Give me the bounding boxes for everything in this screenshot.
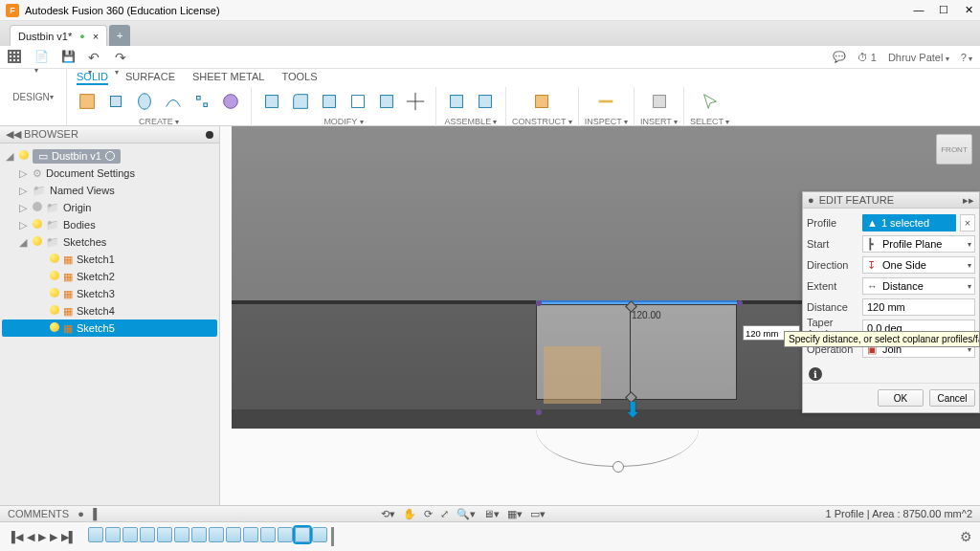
clear-selection-button[interactable]: ×: [960, 214, 975, 231]
tree-item-sketch[interactable]: Sketch4: [2, 302, 217, 320]
timeline-feature[interactable]: [226, 527, 241, 542]
timeline-end-icon[interactable]: ▶▌: [61, 531, 77, 543]
inspect-tool-icon[interactable]: [591, 87, 620, 116]
save-icon[interactable]: [61, 50, 77, 65]
timeline-play-icon[interactable]: ▶: [38, 531, 46, 543]
timeline-feature[interactable]: [140, 527, 155, 542]
insert-tool-icon[interactable]: [645, 87, 674, 116]
tab-surface[interactable]: SURFACE: [125, 71, 175, 85]
inspect-section-label[interactable]: INSPECT: [585, 116, 628, 126]
visibility-bulb-icon[interactable]: [50, 322, 59, 334]
timeline-prev-icon[interactable]: ◀: [27, 531, 34, 543]
assemble-tool-icon[interactable]: [442, 87, 471, 116]
select-section-label[interactable]: SELECT: [690, 116, 729, 126]
visibility-bulb-icon[interactable]: [50, 288, 59, 299]
cancel-button[interactable]: Cancel: [929, 389, 975, 407]
viewport[interactable]: 120.00 ⬇ FRONT 120 mm ●EDIT FEATURE▸▸ Pr…: [220, 126, 980, 505]
timeline-feature[interactable]: [88, 527, 103, 542]
new-document-tab[interactable]: +: [109, 25, 130, 46]
user-menu[interactable]: Dhruv Patel: [888, 52, 949, 63]
start-select[interactable]: Profile Plane: [862, 235, 975, 253]
notification-icon[interactable]: 💬: [833, 51, 846, 63]
tab-tools[interactable]: TOOLS: [281, 71, 317, 85]
distance-input[interactable]: 120 mm: [862, 298, 975, 316]
visibility-bulb-icon[interactable]: [19, 150, 29, 162]
dimension-value[interactable]: 120.00: [632, 310, 661, 320]
joint-tool-icon[interactable]: [471, 87, 500, 116]
visibility-bulb-icon[interactable]: [33, 202, 42, 213]
close-tab-icon[interactable]: ×: [93, 31, 99, 42]
profile-selection-chip[interactable]: ▲1 selected: [862, 214, 956, 231]
redo-icon[interactable]: [115, 50, 130, 65]
look-icon[interactable]: ⟳: [424, 508, 433, 520]
pan-icon[interactable]: ✋: [403, 508, 416, 520]
timeline-start-icon[interactable]: ▐◀: [8, 531, 23, 543]
timeline-feature[interactable]: [105, 527, 121, 542]
orbit-icon[interactable]: ⟲▾: [381, 508, 395, 520]
direction-select[interactable]: One Side: [862, 256, 975, 274]
sketch-node[interactable]: [737, 300, 743, 306]
taper-angle-widget[interactable]: [536, 429, 699, 467]
browser-header[interactable]: ◀◀ BROWSER: [0, 126, 219, 143]
timeline-feature[interactable]: [278, 527, 293, 542]
modify-section-label[interactable]: MODIFY: [323, 116, 363, 126]
visibility-bulb-icon[interactable]: [33, 236, 42, 248]
document-tab[interactable]: Dustbin v1* ● ×: [10, 25, 107, 46]
tree-item-sketch[interactable]: Sketch3: [2, 285, 217, 302]
sketch-tool-icon[interactable]: [73, 87, 101, 116]
tree-item-sketch[interactable]: Sketch2: [2, 268, 217, 285]
extrude-drag-arrow-icon[interactable]: ⬇: [624, 398, 641, 423]
workspace-switcher[interactable]: DESIGN: [0, 69, 67, 125]
tree-item-sketch[interactable]: Sketch1: [2, 251, 217, 268]
shell-tool-icon[interactable]: [344, 87, 372, 116]
display-settings-icon[interactable]: 🖥▾: [483, 508, 500, 520]
job-status-icon[interactable]: ⏱ 1: [858, 52, 877, 63]
file-menu-icon[interactable]: [34, 50, 50, 65]
tree-item-named-views[interactable]: ▷Named Views: [2, 182, 217, 199]
fillet-tool-icon[interactable]: [286, 87, 315, 116]
tab-solid[interactable]: SOLID: [77, 71, 108, 85]
grid-settings-icon[interactable]: ▦▾: [507, 508, 523, 520]
tree-item-doc-settings[interactable]: ▷Document Settings: [2, 165, 217, 182]
panel-header[interactable]: ●EDIT FEATURE▸▸: [803, 192, 979, 209]
panel-info-icon[interactable]: [803, 364, 979, 383]
help-menu[interactable]: ?: [961, 52, 972, 63]
visibility-bulb-icon[interactable]: [50, 271, 59, 282]
chamfer-tool-icon[interactable]: [315, 87, 344, 116]
zoom-icon[interactable]: 🔍▾: [457, 508, 476, 520]
minimize-button[interactable]: —: [913, 4, 924, 16]
extrude-tool-icon[interactable]: [101, 87, 130, 116]
timeline-feature[interactable]: [157, 527, 172, 542]
create-section-label[interactable]: CREATE: [139, 116, 179, 126]
assemble-section-label[interactable]: ASSEMBLE: [445, 116, 498, 126]
tree-item-sketches[interactable]: ◢Sketches: [2, 233, 217, 251]
browser-options-icon[interactable]: [206, 131, 213, 139]
timeline-feature[interactable]: [209, 527, 224, 542]
construct-section-label[interactable]: CONSTRUCT: [512, 116, 572, 126]
insert-section-label[interactable]: INSERT: [640, 116, 678, 126]
sweep-tool-icon[interactable]: [159, 87, 188, 116]
extent-select[interactable]: Distance: [862, 277, 975, 295]
timeline-feature[interactable]: [174, 527, 189, 542]
maximize-button[interactable]: ☐: [938, 4, 949, 16]
tree-item-bodies[interactable]: ▷Bodies: [2, 216, 217, 233]
draft-tool-icon[interactable]: [372, 87, 401, 116]
timeline-feature[interactable]: [312, 527, 327, 542]
timeline-settings-icon[interactable]: ⚙: [960, 529, 972, 544]
extrude-selected-profile[interactable]: [536, 300, 737, 304]
pressp-tool-icon[interactable]: [257, 87, 286, 116]
timeline-feature-active[interactable]: [295, 527, 310, 542]
tree-item-origin[interactable]: ▷Origin: [2, 199, 217, 216]
timeline-feature[interactable]: [260, 527, 276, 542]
timeline-next-icon[interactable]: ▶: [50, 531, 57, 543]
tree-item-sketch-selected[interactable]: Sketch5: [2, 320, 217, 337]
comments-toggle[interactable]: COMMENTS ● ▌: [8, 508, 100, 519]
visibility-bulb-icon[interactable]: [33, 219, 42, 231]
visibility-bulb-icon[interactable]: [50, 305, 59, 317]
sketch-node[interactable]: [536, 300, 542, 306]
primitive-tool-icon[interactable]: [216, 87, 245, 116]
timeline-feature[interactable]: [243, 527, 258, 542]
tree-root[interactable]: ◢ ▭Dustbin v1: [2, 147, 217, 165]
zoom-fit-icon[interactable]: ⤢: [440, 508, 449, 520]
visibility-bulb-icon[interactable]: [50, 253, 59, 265]
